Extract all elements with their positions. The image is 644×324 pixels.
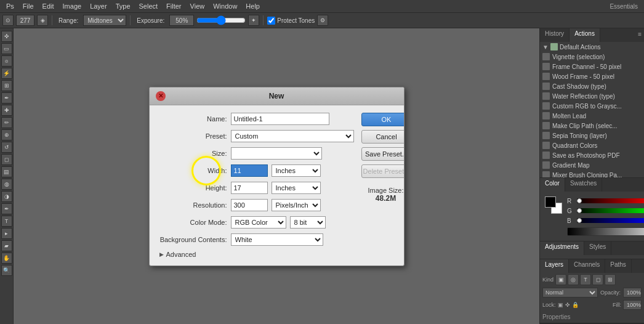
menu-help[interactable]: Help — [242, 1, 264, 11]
history-item-6[interactable]: Molten Lead — [540, 111, 644, 121]
tab-layers[interactable]: Layers — [540, 259, 569, 273]
eyedropper-tool[interactable]: ✒ — [1, 92, 12, 103]
color-mode-select[interactable]: RGB Color Grayscale CMYK Color — [231, 216, 286, 229]
kind-pixel[interactable]: ▣ — [555, 274, 566, 285]
history-item-4[interactable]: Water Reflection (type) — [540, 91, 644, 101]
delete-preset-button[interactable]: Delete Preset... — [361, 164, 405, 178]
type-tool[interactable]: T — [1, 216, 12, 227]
menu-file[interactable]: File — [19, 1, 38, 11]
hand-tool[interactable]: ✋ — [1, 253, 12, 264]
marquee-tool[interactable]: ▭ — [1, 43, 12, 54]
tab-swatches[interactable]: Swatches — [565, 178, 602, 192]
name-input[interactable] — [231, 113, 329, 125]
history-item-0[interactable]: Vignette (selection) — [540, 52, 644, 62]
menu-type[interactable]: Type — [112, 1, 134, 11]
tab-styles[interactable]: Styles — [584, 241, 611, 255]
tab-color[interactable]: Color — [540, 178, 565, 192]
gradient-tool[interactable]: ▤ — [1, 166, 12, 177]
dodge-tool[interactable]: ◑ — [1, 191, 12, 202]
tab-paths[interactable]: Paths — [605, 259, 632, 273]
history-item-12[interactable]: Mixer Brush Cloning Pa... — [540, 170, 644, 177]
lock-pixels-icon[interactable]: ▣ — [558, 302, 563, 308]
clone-stamp-tool[interactable]: ⊕ — [1, 129, 12, 140]
opacity-input[interactable] — [623, 288, 642, 298]
exposure-input[interactable] — [169, 15, 194, 26]
history-item-9[interactable]: Quadrant Colors — [540, 140, 644, 150]
dialog-close-button[interactable]: ✕ — [156, 91, 166, 101]
crop-tool[interactable]: ⊞ — [1, 80, 12, 91]
width-input[interactable] — [231, 164, 268, 177]
history-item-2[interactable]: Wood Frame - 50 pixel — [540, 71, 644, 81]
magic-wand-tool[interactable]: ⚡ — [1, 68, 12, 79]
toolbar-value-input[interactable] — [16, 15, 34, 26]
kind-shape[interactable]: ◻ — [592, 274, 603, 285]
blue-slider[interactable] — [577, 218, 644, 223]
resolution-input[interactable] — [231, 199, 268, 211]
zoom-tool[interactable]: 🔍 — [1, 265, 12, 276]
advanced-row[interactable]: ▶ Advanced — [159, 251, 354, 258]
history-item-7[interactable]: Make Clip Path (selec... — [540, 121, 644, 131]
move-tool[interactable]: ✜ — [1, 31, 12, 42]
history-panel-menu[interactable]: ≡ — [635, 28, 644, 42]
history-item-1[interactable]: Frame Channel - 50 pixel — [540, 62, 644, 71]
history-brush-tool[interactable]: ↺ — [1, 142, 12, 153]
menu-edit[interactable]: Edit — [39, 1, 58, 11]
green-slider[interactable] — [577, 208, 644, 213]
size-select[interactable] — [231, 147, 322, 160]
menu-view[interactable]: View — [187, 1, 209, 11]
protect-tones-label[interactable]: Protect Tones — [267, 17, 315, 25]
foreground-color-swatch[interactable] — [545, 196, 556, 208]
menu-layer[interactable]: Layer — [86, 1, 111, 11]
bit-depth-select[interactable]: 8 bit 16 bit 32 bit — [290, 216, 326, 229]
lock-move-icon[interactable]: ✜ — [565, 302, 570, 308]
tab-adjustments[interactable]: Adjustments — [540, 241, 584, 255]
protect-tones-checkbox[interactable] — [267, 17, 275, 25]
height-input[interactable] — [231, 182, 268, 194]
ok-button[interactable]: OK — [361, 113, 405, 126]
eraser-tool[interactable]: ◻ — [1, 154, 12, 165]
kind-type[interactable]: T — [580, 274, 591, 285]
height-unit-select[interactable]: Inches Pixels Centimeters — [272, 182, 321, 194]
cancel-button[interactable]: Cancel — [361, 130, 405, 144]
toolbar-extra-icon[interactable]: ⚙ — [317, 15, 328, 26]
preset-select[interactable]: Custom Default Photoshop Size Letter Leg… — [231, 130, 354, 142]
save-preset-button[interactable]: Save Preset... — [361, 147, 405, 161]
lasso-tool[interactable]: ⌾ — [1, 55, 12, 67]
menu-ps[interactable]: Ps — [2, 1, 18, 11]
history-item-3[interactable]: Cast Shadow (type) — [540, 81, 644, 91]
range-select[interactable]: Midtones Shadows Highlights — [83, 15, 126, 26]
path-select-tool[interactable]: ▸ — [1, 228, 12, 239]
history-item-8[interactable]: Sepia Toning (layer) — [540, 131, 644, 140]
shape-tool[interactable]: ▰ — [1, 240, 12, 251]
menu-window[interactable]: Window — [209, 1, 241, 11]
toolbar-tool2-icon[interactable]: ◈ — [37, 15, 48, 26]
menu-select[interactable]: Select — [135, 1, 162, 11]
default-actions-header[interactable]: ▼ Default Actions — [540, 42, 644, 52]
red-slider[interactable] — [577, 198, 644, 203]
advanced-label[interactable]: Advanced — [166, 251, 196, 258]
fill-input[interactable] — [623, 300, 642, 310]
tab-channels[interactable]: Channels — [569, 259, 605, 273]
history-item-5[interactable]: Custom RGB to Graysc... — [540, 101, 644, 111]
width-unit-select[interactable]: Inches Pixels Centimeters — [272, 164, 321, 177]
blend-mode-select[interactable]: Normal Multiply Screen — [542, 288, 598, 298]
kind-smart[interactable]: ⊞ — [605, 274, 616, 285]
tab-actions[interactable]: Actions — [570, 28, 600, 42]
background-select[interactable]: White Background Color Transparent — [231, 233, 323, 246]
spot-healing-tool[interactable]: ✚ — [1, 105, 12, 116]
lock-all-icon[interactable]: 🔒 — [572, 302, 579, 308]
kind-adjustment[interactable]: ◎ — [568, 274, 579, 285]
brush-tool[interactable]: ✏ — [1, 117, 12, 128]
tab-history[interactable]: History — [540, 28, 570, 42]
history-item-10[interactable]: Save as Photoshop PDF — [540, 150, 644, 160]
color-gradient-bar[interactable] — [567, 227, 644, 236]
airbrush-icon[interactable]: ✦ — [248, 15, 259, 26]
toolbar-tool-icon[interactable]: ⊙ — [2, 15, 14, 26]
menu-filter[interactable]: Filter — [163, 1, 185, 11]
history-item-11[interactable]: Gradient Map — [540, 160, 644, 170]
menu-image[interactable]: Image — [59, 1, 86, 11]
pen-tool[interactable]: ✒ — [1, 203, 12, 214]
resolution-unit-select[interactable]: Pixels/Inch Pixels/Centimeter — [272, 199, 321, 211]
blur-tool[interactable]: ◍ — [1, 179, 12, 190]
exposure-slider[interactable] — [196, 16, 246, 25]
